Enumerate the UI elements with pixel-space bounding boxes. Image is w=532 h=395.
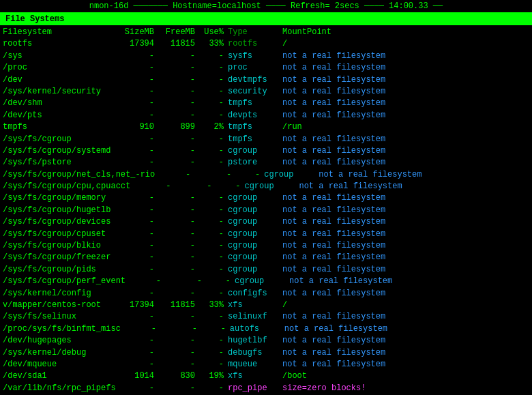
fs-free: 11815 — [160, 38, 201, 50]
fs-size: - — [121, 323, 162, 335]
fs-name: /sys/kernel/debug — [3, 347, 119, 359]
fs-size: - — [119, 335, 160, 347]
fs-type: cgroup — [228, 229, 282, 240]
fs-size: - — [119, 347, 160, 359]
fs-type: cgroup — [228, 192, 282, 204]
fs-size: - — [119, 252, 160, 263]
fs-type: hugetlbf — [228, 335, 282, 347]
column-headers: FilesystemSizeMBFreeMBUse%TypeMountPoint — [3, 27, 529, 38]
fs-type: mqueue — [228, 359, 282, 370]
table-row: /sys/fs/cgroup/freezer---cgroupnot a rea… — [3, 252, 529, 263]
header-filesystem: Filesystem — [3, 27, 119, 38]
table-row: /dev---devtmpfsnot a real filesystem — [3, 74, 529, 86]
table-row: /sys---sysfsnot a real filesystem — [3, 50, 529, 62]
fs-free: - — [160, 359, 201, 370]
fs-use: - — [201, 74, 228, 86]
fs-size: - — [119, 288, 160, 299]
title-refresh: Refresh= 2secs — [291, 1, 359, 11]
fs-use: - — [201, 252, 228, 263]
fs-name: /dev/hugepages — [3, 335, 119, 347]
fs-type: cgroup — [228, 205, 282, 216]
fs-name: v/mapper/centos-root — [3, 299, 119, 311]
table-row: /dev/hugepages---hugetlbfnot a real file… — [3, 335, 529, 347]
table-row: /sys/kernel/security---securitynot a rea… — [3, 86, 529, 98]
screen: nmon-16d ——————— Hostname=localhost ————… — [0, 0, 532, 395]
filesystem-rows: rootfs173941181533%rootfs//sys---sysfsno… — [3, 38, 529, 395]
fs-use: - — [217, 181, 244, 192]
fs-name: rootfs — [3, 38, 119, 50]
fs-free: - — [160, 50, 201, 62]
fs-free: - — [160, 62, 201, 74]
fs-name: /proc — [3, 62, 119, 74]
table-row: /sys/fs/cgroup/perf_event---cgroupnot a … — [3, 276, 529, 287]
fs-use: - — [201, 240, 228, 252]
fs-use: - — [201, 145, 228, 157]
fs-size: - — [119, 74, 160, 86]
fs-name: /sys/fs/cgroup/hugetlb — [3, 205, 119, 216]
fs-name: /sys — [3, 50, 119, 62]
table-row: /sys/fs/cgroup---tmpfsnot a real filesys… — [3, 134, 529, 145]
fs-use: - — [201, 383, 228, 394]
fs-mount: not a real filesystem — [282, 347, 385, 359]
fs-mount: not a real filesystem — [282, 335, 385, 347]
fs-size: - — [119, 50, 160, 62]
fs-size: - — [119, 264, 160, 276]
fs-mount: not a real filesystem — [282, 145, 385, 157]
fs-name: /sys/fs/cgroup/devices — [3, 216, 119, 228]
fs-free: - — [160, 311, 201, 323]
table-row: /dev/mqueue---mqueuenot a real filesyste… — [3, 359, 529, 370]
fs-mount: not a real filesystem — [282, 192, 385, 204]
menu-bar[interactable]: File Systems — [0, 13, 532, 25]
menu-item-filesystems[interactable]: File Systems — [3, 14, 67, 24]
fs-type: sysfs — [228, 50, 282, 62]
table-row: /proc---procnot a real filesystem — [3, 62, 529, 74]
fs-type: security — [228, 86, 282, 98]
title-bar: nmon-16d ——————— Hostname=localhost ————… — [0, 0, 532, 13]
fs-use: - — [201, 264, 228, 276]
fs-free: - — [196, 169, 237, 181]
fs-type: rpc_pipe — [228, 383, 282, 394]
fs-size: - — [119, 62, 160, 74]
fs-size: 17394 — [119, 38, 160, 50]
fs-free: - — [160, 86, 201, 98]
fs-name: /dev/pts — [3, 110, 119, 121]
fs-free: 899 — [160, 121, 201, 133]
fs-name: /sys/fs/cgroup/cpu,cpuacct — [3, 181, 135, 192]
fs-free: - — [160, 240, 201, 252]
header-type: Type — [228, 27, 282, 38]
fs-size: - — [119, 311, 160, 323]
table-row: /dev/pts---devptsnot a real filesystem — [3, 110, 529, 121]
fs-free: - — [160, 110, 201, 121]
fs-type: tmpfs — [228, 134, 282, 145]
fs-name: /sys/fs/cgroup/memory — [3, 192, 119, 204]
fs-size: - — [119, 240, 160, 252]
table-row: /sys/fs/cgroup/cpuset---cgroupnot a real… — [3, 229, 529, 240]
header-mountpoint: MountPoint — [282, 27, 331, 38]
fs-type: cgroup — [264, 169, 319, 181]
fs-use: - — [201, 229, 228, 240]
fs-type: tmpfs — [228, 98, 282, 109]
table-row: /sys/fs/pstore---pstorenot a real filesy… — [3, 157, 529, 169]
fs-mount: not a real filesystem — [284, 323, 387, 335]
fs-free: - — [160, 335, 201, 347]
fs-mount: not a real filesystem — [319, 169, 422, 181]
fs-use: - — [201, 110, 228, 121]
fs-size: - — [155, 169, 196, 181]
fs-type: xfs — [228, 370, 282, 382]
content-area: FilesystemSizeMBFreeMBUse%TypeMountPoint… — [0, 25, 532, 395]
fs-free: - — [160, 134, 201, 145]
table-row: /dev/shm---tmpfsnot a real filesystem — [3, 98, 529, 109]
fs-free: - — [160, 192, 201, 204]
fs-size: - — [119, 145, 160, 157]
fs-use: - — [201, 98, 228, 109]
fs-size: - — [119, 359, 160, 370]
table-row: /var/lib/nfs/rpc_pipefs---rpc_pipesize=z… — [3, 383, 529, 394]
fs-use: - — [201, 288, 228, 299]
table-row: rootfs173941181533%rootfs/ — [3, 38, 529, 50]
fs-mount: not a real filesystem — [282, 134, 385, 145]
title-left: nmon-16d — [89, 1, 129, 11]
fs-use: - — [201, 50, 228, 62]
fs-size: 910 — [119, 121, 160, 133]
fs-free: - — [160, 252, 201, 263]
fs-mount: not a real filesystem — [282, 98, 385, 109]
